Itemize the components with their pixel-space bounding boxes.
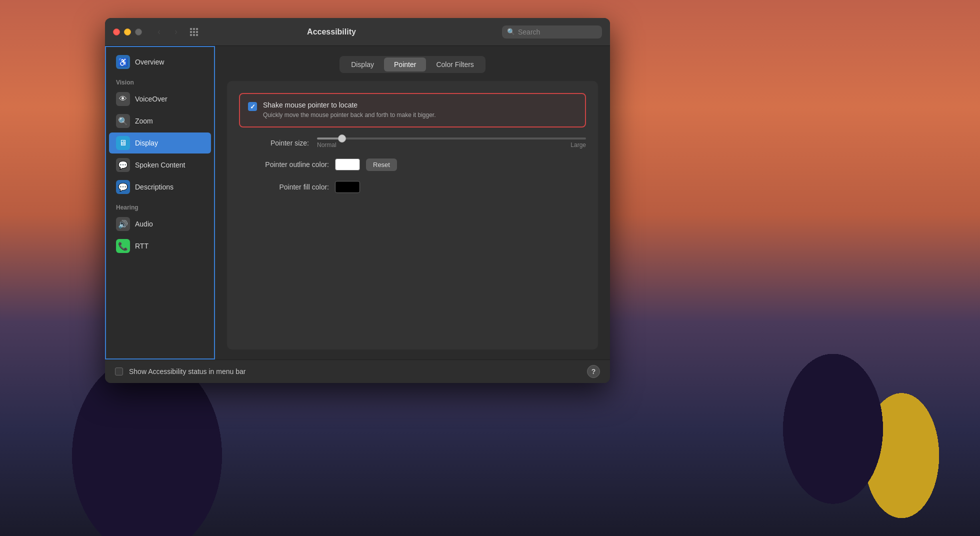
slider-container: Normal Large — [317, 138, 586, 148]
back-icon: ‹ — [158, 26, 160, 37]
voiceover-icon: 👁 — [116, 92, 130, 106]
tab-display[interactable]: Display — [341, 58, 384, 72]
pointer-size-label: Pointer size: — [239, 139, 309, 147]
traffic-lights — [113, 28, 142, 36]
shake-mouse-section: Shake mouse pointer to locate Quickly mo… — [239, 93, 586, 128]
sidebar-item-rtt[interactable]: 📞 RTT — [109, 236, 211, 256]
sidebar-item-overview[interactable]: ♿ Overview — [109, 52, 211, 72]
zoom-icon: 🔍 — [116, 114, 130, 128]
sidebar-item-zoom[interactable]: 🔍 Zoom — [109, 110, 211, 132]
rtt-icon: 📞 — [116, 239, 130, 253]
sidebar-item-descriptions[interactable]: 💬 Descriptions — [109, 176, 211, 198]
bottom-bar: Show Accessibility status in menu bar ? — [105, 360, 610, 383]
descriptions-icon: 💬 — [116, 180, 130, 194]
pointer-outline-label: Pointer outline color: — [239, 160, 329, 168]
pointer-fill-label: Pointer fill color: — [239, 183, 329, 191]
sidebar-item-label-descriptions: Descriptions — [135, 183, 174, 191]
pointer-outline-swatch[interactable] — [335, 158, 360, 170]
sidebar-item-audio[interactable]: 🔊 Audio — [109, 214, 211, 234]
main-content: Display Pointer Color Filters Shake mous… — [215, 46, 610, 360]
sidebar-item-label-zoom: Zoom — [135, 117, 153, 125]
window-body: ♿ Overview Vision 👁 VoiceOver 🔍 Zoom 🖥 D… — [105, 46, 610, 360]
content-panel: Shake mouse pointer to locate Quickly mo… — [227, 81, 598, 350]
sidebar-item-display[interactable]: 🖥 Display — [109, 132, 211, 154]
pointer-size-slider[interactable] — [317, 138, 586, 140]
window-title: Accessibility — [161, 28, 502, 36]
tab-pointer[interactable]: Pointer — [384, 58, 426, 72]
sidebar: ♿ Overview Vision 👁 VoiceOver 🔍 Zoom 🖥 D… — [105, 46, 215, 360]
search-input[interactable] — [518, 28, 597, 36]
titlebar: ‹ › Accessibility 🔍 — [105, 18, 610, 46]
slider-max-label: Large — [570, 142, 586, 148]
shake-mouse-desc: Quickly move the mouse pointer back and … — [263, 111, 436, 120]
sidebar-item-label-voiceover: VoiceOver — [135, 95, 168, 103]
section-hearing-label: Hearing — [106, 198, 214, 213]
pointer-fill-row: Pointer fill color: — [239, 181, 586, 193]
sidebar-item-label-display: Display — [135, 139, 158, 147]
tab-color-filters[interactable]: Color Filters — [426, 58, 484, 72]
pointer-size-row: Pointer size: Normal Large — [239, 138, 586, 148]
sidebar-item-label-audio: Audio — [135, 220, 153, 228]
search-icon: 🔍 — [507, 28, 515, 36]
sidebar-item-voiceover[interactable]: 👁 VoiceOver — [109, 88, 211, 110]
main-window: ‹ › Accessibility 🔍 ♿ Overview — [105, 18, 610, 383]
search-box[interactable]: 🔍 — [502, 26, 602, 38]
slider-min-label: Normal — [317, 142, 336, 148]
sidebar-item-label-rtt: RTT — [135, 242, 148, 250]
minimize-button[interactable] — [124, 28, 131, 36]
menu-bar-checkbox[interactable] — [115, 368, 123, 376]
spoken-content-icon: 💬 — [116, 158, 130, 172]
reset-button[interactable]: Reset — [366, 158, 397, 171]
shake-mouse-checkbox[interactable] — [248, 102, 257, 111]
display-icon: 🖥 — [116, 136, 130, 150]
sidebar-item-label-overview: Overview — [135, 58, 164, 66]
maximize-button[interactable] — [135, 28, 142, 36]
audio-icon: 🔊 — [116, 217, 130, 231]
shake-mouse-title: Shake mouse pointer to locate — [263, 101, 436, 109]
overview-icon: ♿ — [116, 55, 130, 69]
close-button[interactable] — [113, 28, 120, 36]
pointer-outline-row: Pointer outline color: Reset — [239, 158, 586, 171]
pointer-fill-swatch[interactable] — [335, 181, 360, 193]
tabs: Display Pointer Color Filters — [340, 56, 486, 73]
menu-bar-label: Show Accessibility status in menu bar — [129, 368, 246, 376]
sidebar-item-label-spoken: Spoken Content — [135, 161, 185, 169]
help-button[interactable]: ? — [587, 365, 600, 378]
sidebar-item-spoken-content[interactable]: 💬 Spoken Content — [109, 154, 211, 176]
section-vision-label: Vision — [106, 73, 214, 88]
